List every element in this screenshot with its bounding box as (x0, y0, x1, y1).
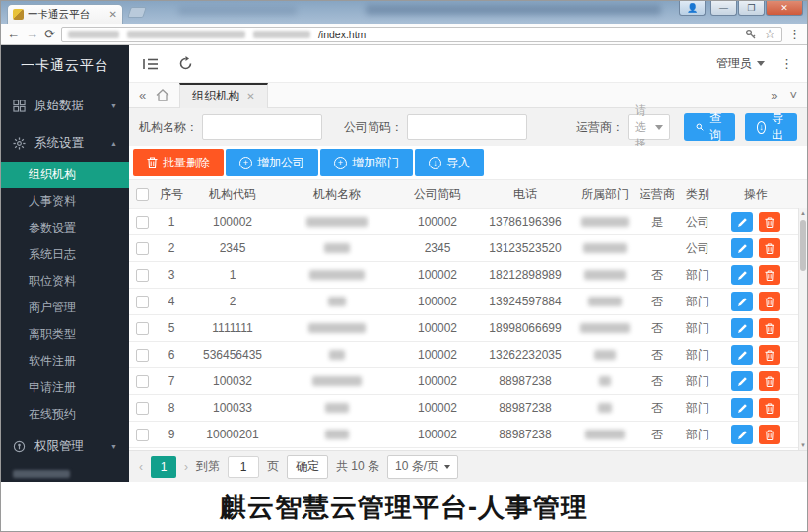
delete-button[interactable] (759, 292, 780, 311)
sidebar-group-system[interactable]: 系统设置 ▲ (1, 124, 129, 162)
home-icon[interactable] (156, 89, 169, 101)
cell-category: 部门 (677, 422, 718, 447)
sidebar-item-software-reg[interactable]: 软件注册 (1, 348, 129, 374)
tab-org[interactable]: 组织机构 ✕ (179, 83, 267, 108)
profile-icon[interactable]: 👤 (679, 1, 706, 16)
prev-page-icon[interactable]: ‹ (139, 460, 143, 474)
confirm-button[interactable]: 确定 (287, 455, 328, 479)
tabs-scroll-right-icon[interactable]: » (771, 89, 777, 101)
sidebar-item-personnel[interactable]: 人事资料 (1, 188, 129, 215)
delete-button[interactable] (759, 238, 780, 258)
row-checkbox[interactable] (136, 375, 149, 388)
edit-button[interactable] (731, 292, 753, 311)
scrollbar-thumb[interactable] (800, 220, 806, 271)
delete-button[interactable] (759, 265, 780, 285)
sidebar-item-position[interactable]: 职位资料 (1, 268, 129, 295)
row-checkbox[interactable] (136, 242, 149, 255)
row-checkbox[interactable] (136, 429, 149, 441)
row-checkbox[interactable] (136, 402, 149, 415)
browser-tab[interactable]: 一卡通云平台 ✕ (7, 4, 123, 24)
tabs-scroll-left-icon[interactable]: « (139, 89, 146, 101)
forward-icon[interactable]: → (26, 28, 38, 40)
row-checkbox[interactable] (136, 322, 149, 335)
sidebar-item-params[interactable]: 参数设置 (1, 215, 129, 241)
row-checkbox[interactable] (136, 216, 149, 229)
table-scrollbar[interactable]: ▲ ▼ (798, 208, 807, 450)
next-page-icon[interactable]: › (184, 460, 188, 474)
user-menu[interactable]: 管理员 (716, 55, 765, 72)
export-button[interactable]: ↓ 导出 (745, 113, 797, 141)
row-checkbox[interactable] (136, 349, 149, 362)
batch-delete-label: 批量删除 (163, 155, 210, 171)
delete-button[interactable] (759, 212, 780, 232)
tab-close-icon[interactable]: ✕ (109, 9, 117, 20)
new-tab-button[interactable] (127, 7, 147, 18)
scroll-down-icon[interactable]: ▼ (799, 440, 807, 450)
edit-button[interactable] (731, 238, 753, 258)
search-button[interactable]: 查询 (684, 113, 735, 141)
select-all-checkbox[interactable] (136, 188, 149, 201)
org-name-input[interactable] (202, 114, 322, 140)
tabs-menu-icon[interactable]: ˅ (789, 89, 797, 101)
refresh-icon[interactable] (178, 56, 193, 71)
edit-button[interactable] (731, 345, 753, 365)
url-text: /index.htm (318, 29, 366, 40)
carrier-placeholder: 请选择 (635, 102, 655, 153)
sidebar-item-online-booking[interactable]: 在线预约 (1, 401, 129, 428)
collapse-menu-icon[interactable] (143, 57, 159, 71)
cell-category: 部门 (677, 395, 718, 421)
edit-button[interactable] (731, 265, 753, 285)
more-menu-icon[interactable]: ⋮ (780, 56, 793, 71)
company-code-input[interactable] (407, 114, 527, 140)
table-header-row: 序号 机构代码 机构名称 公司简码 电话 所属部门 运营商 类别 操作 (129, 180, 807, 209)
sidebar-item-resign-type[interactable]: 离职类型 (1, 321, 129, 348)
caption-area: 麒云智慧云管理平台-人事管理 (1, 482, 807, 532)
delete-button[interactable] (759, 425, 780, 444)
cell-org-name-redacted (277, 395, 397, 421)
edit-button[interactable] (731, 398, 753, 418)
delete-button[interactable] (759, 371, 780, 391)
sidebar-item-syslog[interactable]: 系统日志 (1, 241, 129, 268)
cell-org-code: 2345 (188, 235, 277, 261)
back-icon[interactable]: ← (7, 28, 20, 40)
add-department-button[interactable]: + 增加部门 (320, 149, 413, 176)
cell-org-code: 10000201 (188, 422, 277, 447)
import-button[interactable]: ↓ 导入 (415, 149, 484, 176)
add-company-button[interactable]: + 增加公司 (226, 149, 318, 176)
url-input[interactable]: /index.htm ☆ (61, 27, 782, 42)
edit-button[interactable] (731, 318, 753, 338)
page-unit-label: 页 (267, 458, 279, 475)
tab-close-icon[interactable]: ✕ (246, 91, 254, 101)
minimize-button[interactable]: — (710, 1, 737, 16)
edit-button[interactable] (731, 425, 753, 444)
delete-button[interactable] (759, 318, 780, 338)
edit-button[interactable] (731, 212, 753, 232)
reload-icon[interactable]: ⟳ (44, 28, 55, 40)
sidebar-item-org[interactable]: 组织机构 (1, 162, 129, 188)
content-header: 管理员 ⋮ (129, 45, 807, 83)
data-grid-icon (13, 100, 26, 112)
goto-page-input[interactable] (228, 456, 259, 478)
cell-department-redacted (572, 342, 638, 367)
delete-button[interactable] (759, 345, 780, 365)
maximize-button[interactable]: ❐ (738, 1, 765, 16)
sidebar-item-apply-reg[interactable]: 申请注册 (1, 374, 129, 401)
sidebar-group-permission[interactable]: 权限管理 ▼ (1, 428, 129, 465)
sidebar-item-merchant[interactable]: 商户管理 (1, 295, 129, 321)
delete-button[interactable] (759, 398, 780, 418)
browser-menu-icon[interactable]: ⋮ (788, 27, 801, 41)
batch-delete-button[interactable]: 批量删除 (133, 149, 224, 176)
key-icon[interactable] (745, 29, 757, 40)
carrier-select[interactable]: 请选择 (628, 114, 670, 140)
cell-index: 8 (155, 395, 188, 421)
page-1-button[interactable]: 1 (151, 456, 176, 478)
page-size-select[interactable]: 10 条/页 (387, 455, 458, 479)
row-checkbox[interactable] (136, 296, 149, 308)
row-checkbox[interactable] (136, 269, 149, 282)
edit-button[interactable] (731, 371, 753, 391)
bookmark-star-icon[interactable]: ☆ (764, 27, 775, 41)
sidebar-group-raw-data[interactable]: 原始数据 ▼ (1, 87, 129, 124)
scroll-up-icon[interactable]: ▲ (799, 208, 807, 218)
chevron-up-icon: ▲ (110, 140, 117, 147)
close-button[interactable]: ✕ (766, 1, 803, 16)
